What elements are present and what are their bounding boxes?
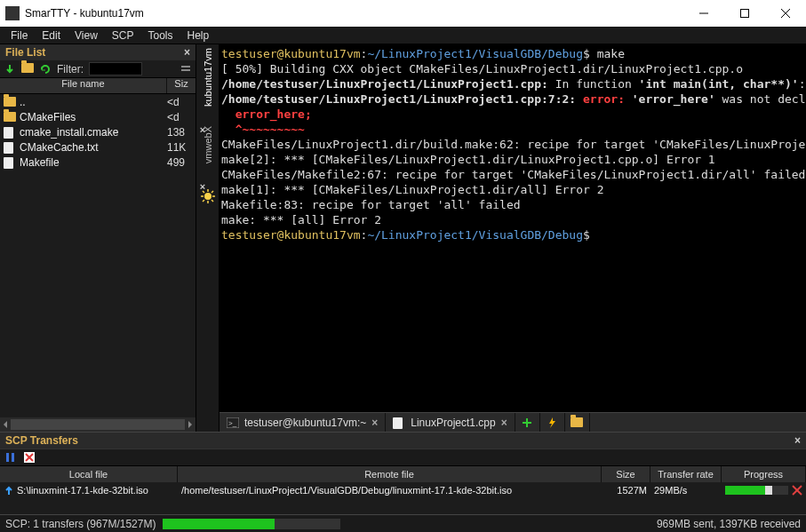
file-size: 11K: [167, 141, 196, 154]
refresh-icon[interactable]: [39, 63, 52, 75]
maximize-button[interactable]: [724, 0, 765, 27]
file-list-toolbar: Filter:: [0, 60, 196, 78]
filter-label: Filter:: [57, 63, 84, 75]
status-text: SCP: 1 transfers (967M/1527M): [5, 518, 156, 530]
menu-tools[interactable]: Tools: [141, 27, 180, 44]
settings-icon[interactable]: [180, 63, 192, 75]
file-icon: [393, 417, 405, 428]
col-transfer-size[interactable]: Size: [602, 466, 650, 482]
vertical-tab-strip: × kubuntu17vm × vmwebX: [196, 44, 219, 432]
app-icon: [5, 6, 20, 20]
folder-icon: [4, 97, 16, 107]
file-list-panel: File List × Filter: File name Siz ..<dCM…: [0, 44, 196, 432]
file-icon: [4, 142, 16, 153]
progress-bar: [725, 486, 788, 495]
scp-header: SCP Transfers ×: [0, 433, 806, 449]
file-list-columns: File name Siz: [0, 78, 196, 94]
scp-columns: Local file Remote file Size Transfer rat…: [0, 466, 806, 482]
open-folder-icon[interactable]: [21, 63, 34, 75]
menubar: File Edit View SCP Tools Help: [0, 27, 806, 44]
col-size[interactable]: Siz: [167, 78, 196, 93]
file-row[interactable]: CMakeFiles<d: [0, 109, 196, 124]
file-list-hscroll[interactable]: [0, 417, 196, 432]
svg-rect-4: [181, 66, 190, 67]
window-titlebar: SmarTTY - kubuntu17vm: [0, 0, 806, 27]
file-size: <d: [167, 111, 196, 123]
download-arrow-icon[interactable]: [4, 63, 16, 75]
file-size: 499: [167, 156, 196, 169]
file-size: <d: [167, 96, 196, 108]
file-list-header: File List ×: [0, 44, 196, 60]
folder-icon: [4, 112, 16, 123]
status-bar: SCP: 1 transfers (967M/1527M) 969MB sent…: [0, 514, 806, 532]
file-icon: [4, 127, 16, 138]
open-folder-button[interactable]: [565, 413, 590, 432]
svg-point-6: [204, 193, 211, 200]
upload-arrow-icon: [4, 485, 14, 496]
terminal-icon: >_: [227, 417, 239, 428]
tab-close-icon[interactable]: ×: [501, 417, 507, 429]
svg-rect-1: [741, 10, 749, 18]
col-local-file[interactable]: Local file: [0, 466, 178, 482]
svg-rect-5: [181, 69, 190, 71]
col-file-name[interactable]: File name: [0, 78, 167, 93]
menu-file[interactable]: File: [4, 27, 35, 44]
scp-panel: SCP Transfers × Local file Remote file S…: [0, 432, 806, 514]
svg-rect-20: [12, 453, 14, 462]
file-row[interactable]: ..<d: [0, 94, 196, 109]
vtab-close-icon[interactable]: ×: [197, 181, 208, 192]
file-icon: [4, 157, 16, 168]
pause-icon[interactable]: [5, 452, 16, 463]
scroll-left-icon[interactable]: [2, 421, 9, 428]
status-right: 969MB sent, 1397KB received: [657, 518, 801, 530]
menu-scp[interactable]: SCP: [105, 27, 141, 44]
svg-rect-19: [6, 453, 9, 462]
file-list-title: File List: [5, 46, 45, 59]
status-progress: [163, 519, 340, 529]
file-list-close-icon[interactable]: ×: [184, 46, 190, 59]
scp-close-icon[interactable]: ×: [794, 434, 801, 447]
file-name: Makefile: [20, 156, 167, 169]
tab-linuxproject1-cpp[interactable]: LinuxProject1.cpp ×: [386, 413, 515, 432]
svg-line-13: [203, 200, 204, 202]
menu-view[interactable]: View: [68, 27, 105, 44]
file-name: CMakeFiles: [20, 111, 167, 123]
svg-line-12: [211, 200, 213, 202]
menu-edit[interactable]: Edit: [35, 27, 68, 44]
file-name: cmake_install.cmake: [20, 126, 167, 139]
scp-toolbar: [0, 449, 806, 466]
file-list-rows: ..<dCMakeFiles<dcmake_install.cmake138CM…: [0, 94, 196, 417]
new-tab-button[interactable]: [515, 413, 540, 432]
vtab-kubuntu17vm[interactable]: × kubuntu17vm: [203, 44, 213, 123]
col-remote-file[interactable]: Remote file: [178, 466, 602, 482]
close-button[interactable]: [765, 0, 806, 27]
scp-row[interactable]: S:\linuxmint-17.1-kde-32bit.iso /home/te…: [0, 482, 806, 498]
scp-title: SCP Transfers: [5, 434, 78, 447]
file-row[interactable]: Makefile499: [0, 155, 196, 170]
tab-close-icon[interactable]: ×: [371, 417, 378, 429]
scroll-right-icon[interactable]: [187, 421, 194, 428]
col-progress[interactable]: Progress: [722, 466, 806, 482]
file-size: 138: [167, 126, 196, 139]
session-tabs: >_ testuser@kubuntu17vm:~ × LinuxProject…: [219, 412, 806, 432]
col-transfer-rate[interactable]: Transfer rate: [650, 466, 722, 482]
file-row[interactable]: cmake_install.cmake138: [0, 124, 196, 139]
row-cancel-icon[interactable]: [792, 485, 802, 496]
vtab-vmwebx[interactable]: × vmwebX: [203, 123, 213, 179]
menu-help[interactable]: Help: [180, 27, 217, 44]
file-row[interactable]: CMakeCache.txt11K: [0, 139, 196, 155]
tab-terminal-session[interactable]: >_ testuser@kubuntu17vm:~ ×: [219, 413, 386, 432]
svg-line-14: [211, 191, 213, 193]
filter-input[interactable]: [89, 62, 142, 75]
svg-text:>_: >_: [228, 419, 237, 427]
lightning-icon[interactable]: [540, 413, 565, 432]
cancel-transfer-icon[interactable]: [23, 451, 36, 464]
terminal-output[interactable]: testuser@kubuntu17vm:~/LinuxProject1/Vis…: [219, 44, 806, 412]
file-name: CMakeCache.txt: [20, 141, 167, 154]
file-name: ..: [20, 96, 167, 108]
minimize-button[interactable]: [683, 0, 724, 27]
window-title: SmarTTY - kubuntu17vm: [25, 7, 683, 20]
